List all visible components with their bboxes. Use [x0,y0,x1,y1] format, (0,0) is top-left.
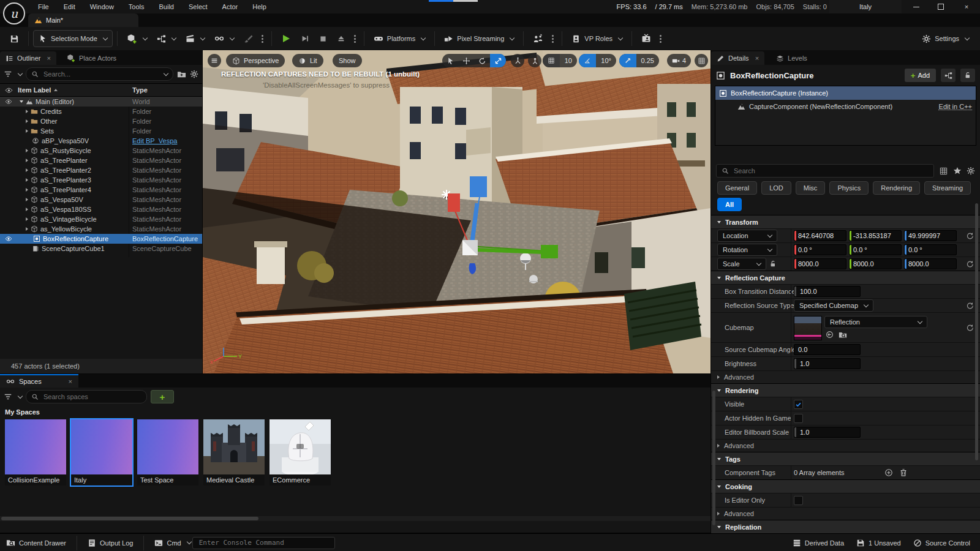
menu-edit[interactable]: Edit [56,0,83,13]
tab-details[interactable]: Details × [711,51,764,65]
outliner-search-input[interactable] [26,67,173,81]
source-control-button[interactable]: Source Control [907,534,980,551]
section-rendering[interactable]: Rendering [711,383,980,397]
favorites-icon[interactable] [953,167,962,175]
menu-tools[interactable]: Tools [121,0,152,13]
rotation-x-field[interactable]: 0.0 ° [794,244,846,255]
category-all[interactable]: All [717,198,742,211]
source-type-dropdown[interactable]: Specified Cubemap [794,299,873,312]
perspective-dropdown[interactable]: Perspective [226,54,285,67]
space-card-testspace[interactable]: Test Space [137,419,198,485]
use-selected-asset-icon[interactable] [826,331,834,339]
outliner-row-rustybicycle[interactable]: aS_RustyBicycleStaticMeshActor [0,146,202,156]
is-editor-only-checkbox[interactable] [794,496,803,505]
media-capture-button[interactable] [636,31,656,47]
unreal-logo[interactable]: u [1,1,27,26]
play-button[interactable] [276,31,296,47]
space-card-medievalcastle[interactable]: Medieval Castle [203,419,265,485]
cubemap-thumbnail[interactable] [794,316,822,340]
selection-mode-dropdown[interactable]: Selection Mode [33,30,113,47]
close-button[interactable]: × [954,0,979,13]
tab-place-actors[interactable]: Place Actors [61,51,122,65]
outliner-row-yellowbicycle[interactable]: as_YellowBicycleStaticMeshActor [0,224,202,234]
camera-speed-icon[interactable] [667,54,681,67]
settings-dropdown[interactable]: Settings [917,31,974,47]
space-card-italy[interactable]: Italy [71,419,132,485]
reset-scale-icon[interactable] [966,260,974,268]
platforms-dropdown[interactable]: Platforms [369,31,430,47]
reset-source-type-icon[interactable] [966,302,974,310]
tab-outliner[interactable]: Outliner × [0,51,56,65]
reset-cubemap-icon[interactable] [966,324,974,332]
cmd-dropdown[interactable]: Cmd [148,534,192,551]
category-rendering[interactable]: Rendering [873,181,920,195]
grid-snap-icon[interactable] [543,54,560,67]
outliner-row-other[interactable]: OtherFolder [0,116,202,126]
column-item-label[interactable]: Item Label [18,86,51,94]
details-search-field[interactable] [733,167,929,175]
vp-roles-dropdown[interactable]: VP Roles [567,31,627,47]
section-tags[interactable]: Tags [711,452,980,465]
outliner-row-vintagebicycle[interactable]: aS_VintageBicycleStaticMeshActor [0,214,202,224]
spaces-filter-icon[interactable] [4,392,12,401]
convert-to-blueprint-button[interactable] [941,69,956,82]
rendering-advanced-row[interactable]: Advanced [711,439,980,452]
show-dropdown[interactable]: Show [333,54,362,67]
console-command-input[interactable] [192,537,335,549]
rotation-z-field[interactable]: 0.0 ° [904,244,957,255]
scale-snap-value[interactable]: 0.25 [636,54,659,67]
menu-select[interactable]: Select [181,0,215,13]
close-spaces-tab-icon[interactable]: × [69,378,72,385]
output-log-button[interactable]: Output Log [81,534,139,551]
collaboration-options-icon[interactable] [552,35,554,43]
scale-snap-icon[interactable] [619,54,636,67]
space-card-ecommerce[interactable]: ECommerce [270,419,331,485]
delete-tags-icon[interactable] [899,468,908,477]
cubemap-angle-field[interactable]: 0.0 [794,344,861,355]
add-space-button[interactable]: + [151,390,174,403]
reflection-advanced-row[interactable]: Advanced [711,370,980,383]
outliner-row-scenecapturecube[interactable]: SceneCaptureCube1SceneCaptureCube [0,244,202,253]
details-settings-icon[interactable] [967,167,975,175]
section-replication[interactable]: Replication [711,520,980,533]
quad-view-button[interactable] [695,54,708,67]
rotation-snap-value[interactable]: 10° [596,54,616,67]
outliner-row-credits[interactable]: CreditsFolder [0,107,202,116]
derived-data-button[interactable]: Derived Data [786,534,850,551]
edit-blueprint-link[interactable]: Edit BP_Vespa [132,137,177,144]
eject-button[interactable] [332,31,350,47]
console-command-field[interactable] [198,538,330,547]
category-lod[interactable]: LOD [761,181,791,195]
add-tag-icon[interactable] [884,468,893,477]
gizmo-y-handle[interactable] [541,245,558,258]
add-actor-dropdown[interactable] [122,31,152,47]
component-child-row[interactable]: CaptureComponent (NewReflectionComponent… [715,100,976,113]
gizmo-y-arm[interactable] [476,250,545,252]
box-transition-field[interactable]: 100.0 [794,286,861,297]
section-reflection-capture[interactable]: Reflection Capture [711,271,980,284]
scale-dropdown[interactable]: Scale [717,258,766,270]
rotation-dropdown[interactable]: Rotation [717,244,777,256]
content-drawer-button[interactable]: Content Drawer [0,534,72,551]
outliner-row-vespa180ss[interactable]: aS_Vespa180SSStaticMeshActor [0,204,202,214]
viewport-scene[interactable]: x Y [203,50,710,373]
minimize-button[interactable] [904,0,929,13]
menu-actor[interactable]: Actor [215,0,246,13]
details-scrollbar[interactable] [975,203,978,460]
sequencer-chain-dropdown[interactable] [209,31,239,47]
location-dropdown[interactable]: Location [717,230,777,242]
location-y-field[interactable]: -313.853187 [849,230,902,241]
location-x-field[interactable]: 842.640708 [794,230,846,241]
filter-icon[interactable] [4,70,12,78]
details-search-input[interactable] [716,164,934,178]
rotation-y-field[interactable]: 0.0 ° [849,244,902,255]
outliner-row-treeplanter2[interactable]: aS_TreePlanter2StaticMeshActor [0,165,202,175]
outliner-search-field[interactable] [42,70,158,78]
section-cooking[interactable]: Cooking [711,479,980,493]
menu-help[interactable]: Help [245,0,274,13]
scale-x-field[interactable]: 8000.0 [794,258,846,269]
new-folder-icon[interactable] [177,70,186,79]
filter-chevron-icon[interactable] [18,70,23,75]
actor-hidden-checkbox[interactable] [794,414,803,423]
close-tab-icon[interactable]: × [47,54,51,62]
